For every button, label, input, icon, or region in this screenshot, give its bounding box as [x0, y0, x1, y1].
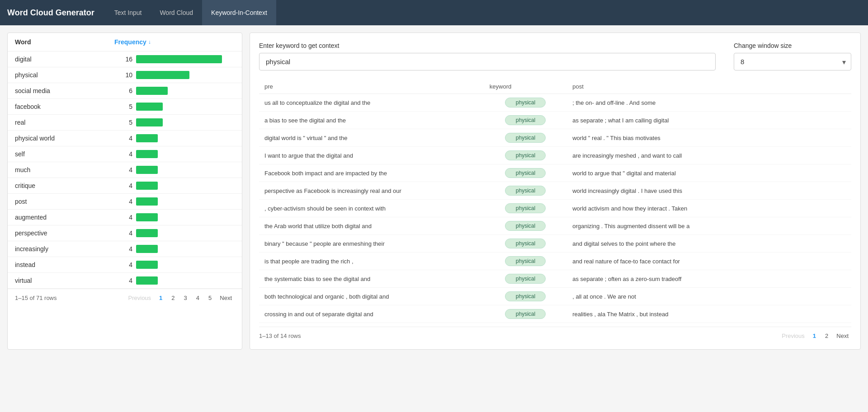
kic-pre-cell: I want to argue that the digital and [259, 147, 484, 164]
word-next-btn[interactable]: Next [217, 294, 235, 302]
keyword-badge: physical [505, 291, 546, 301]
freq-bar [136, 245, 158, 253]
bar-cell [136, 197, 235, 206]
word-cell: increasingly [15, 245, 114, 253]
freq-bar [136, 55, 222, 63]
kic-post-cell: world activism and how they interact . T… [567, 200, 851, 217]
col-header-word: Word [15, 38, 114, 46]
bar-cell [136, 87, 235, 95]
table-row: critique 4 [8, 178, 242, 194]
kic-keyword-cell: physical [484, 147, 567, 164]
kic-pre-cell: Facebook both impact and are impacted by… [259, 164, 484, 182]
bar-cell [136, 71, 235, 79]
word-cell: social media [15, 87, 114, 94]
keyword-badge: physical [505, 221, 546, 231]
word-cell: instead [15, 261, 114, 268]
keyword-badge: physical [505, 309, 546, 319]
kic-keyword-cell: physical [484, 94, 567, 112]
keyword-input-group: Enter keyword to get context [259, 42, 716, 70]
freq-cell: 4 [114, 198, 132, 205]
freq-cell: 4 [114, 277, 132, 284]
freq-cell: 10 [114, 71, 132, 79]
freq-bar [136, 166, 158, 174]
table-row: physical world 4 [8, 131, 242, 146]
word-page-4[interactable]: 4 [193, 294, 203, 302]
kic-row: binary " because " people are enmeshing … [259, 235, 851, 253]
kic-page-2[interactable]: 2 [821, 332, 832, 340]
word-cell: self [15, 150, 114, 158]
context-table: pre keyword post us all to conceptualize… [259, 80, 851, 323]
kic-pre-cell: digital world is " virtual " and the [259, 129, 484, 147]
kic-row: is that people are trading the rich , ph… [259, 253, 851, 270]
bar-cell [136, 213, 235, 221]
word-frequency-table: Word Frequency ↓ digital 16 physical 10 … [7, 33, 242, 350]
kic-post-cell: , all at once . We are not [567, 288, 851, 305]
kic-row: both technological and organic , both di… [259, 288, 851, 305]
word-rows-container: digital 16 physical 10 social media 6 fa… [8, 52, 242, 289]
bar-cell [136, 55, 235, 63]
word-page-3[interactable]: 3 [180, 294, 191, 302]
freq-bar [136, 87, 168, 95]
word-page-1[interactable]: 1 [156, 294, 166, 302]
bar-cell [136, 150, 235, 158]
word-page-5[interactable]: 5 [205, 294, 215, 302]
kic-pre-cell: the Arab world that utilize both digital… [259, 217, 484, 235]
freq-bar [136, 197, 158, 206]
word-prev-btn[interactable]: Previous [126, 294, 154, 302]
th-keyword: keyword [484, 80, 567, 94]
kic-post-cell: world to argue that " digital and materi… [567, 164, 851, 182]
freq-cell: 5 [114, 103, 132, 110]
word-cell: critique [15, 182, 114, 189]
kic-row: the systematic bias to see the digital a… [259, 270, 851, 288]
th-pre: pre [259, 80, 484, 94]
kic-pre-cell: binary " because " people are enmeshing … [259, 235, 484, 253]
word-cell: post [15, 198, 114, 205]
freq-cell: 4 [114, 135, 132, 142]
kic-keyword-cell: physical [484, 305, 567, 323]
keyword-badge: physical [505, 133, 546, 143]
tab-word-cloud[interactable]: Word Cloud [151, 0, 202, 25]
freq-bar [136, 103, 163, 111]
kic-row: perspective as Facebook is increasingly … [259, 182, 851, 200]
freq-cell: 4 [114, 182, 132, 189]
table-row: instead 4 [8, 257, 242, 273]
kic-row: I want to argue that the digital and phy… [259, 147, 851, 164]
kic-keyword-cell: physical [484, 235, 567, 253]
kic-row: crossing in and out of separate digital … [259, 305, 851, 323]
kic-page-1[interactable]: 1 [809, 332, 820, 340]
kic-post-cell: and real nature of face-to face contact … [567, 253, 851, 270]
main-content: Word Frequency ↓ digital 16 physical 10 … [0, 25, 868, 357]
kic-keyword-cell: physical [484, 200, 567, 217]
window-size-group: Change window size 4 6 8 10 12 ▾ [734, 42, 851, 70]
table-row: virtual 4 [8, 273, 242, 289]
freq-cell: 4 [114, 229, 132, 237]
freq-bar [136, 118, 163, 126]
keyword-input[interactable] [259, 53, 716, 70]
keyword-badge: physical [505, 274, 546, 284]
bar-cell [136, 276, 235, 285]
kic-post-cell: world increasingly digital . I have used… [567, 182, 851, 200]
word-cell: augmented [15, 214, 114, 221]
sort-icon[interactable]: ↓ [148, 39, 151, 45]
table-row: real 5 [8, 115, 242, 131]
freq-cell: 16 [114, 56, 132, 63]
freq-bar [136, 182, 158, 190]
freq-bar [136, 261, 158, 269]
freq-bar [136, 134, 158, 142]
kic-prev-btn[interactable]: Previous [779, 332, 807, 340]
table-row: much 4 [8, 162, 242, 178]
freq-bar [136, 150, 158, 158]
tab-keyword-in-context[interactable]: Keyword-In-Context [202, 0, 276, 25]
freq-bar [136, 71, 189, 79]
table-header-row: Word Frequency ↓ [8, 33, 242, 52]
keyword-badge: physical [505, 98, 546, 108]
word-page-2[interactable]: 2 [168, 294, 178, 302]
window-size-select[interactable]: 4 6 8 10 12 [734, 53, 851, 70]
word-cell: virtual [15, 277, 114, 284]
freq-bar [136, 213, 158, 221]
tab-text-input[interactable]: Text Input [105, 0, 151, 25]
bar-cell [136, 261, 235, 269]
kic-next-btn[interactable]: Next [834, 332, 851, 340]
kic-row: the Arab world that utilize both digital… [259, 217, 851, 235]
kic-keyword-cell: physical [484, 217, 567, 235]
